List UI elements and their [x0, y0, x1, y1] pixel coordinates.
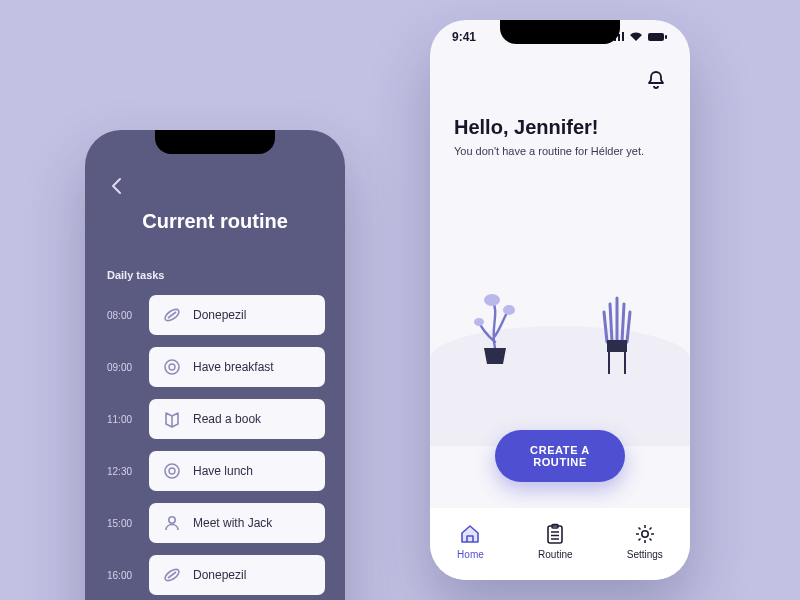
task-card[interactable]: Meet with Jack — [149, 503, 325, 543]
create-routine-button[interactable]: CREATE A ROUTINE — [495, 430, 625, 482]
plate-icon — [163, 358, 181, 376]
task-card[interactable]: Have breakfast — [149, 347, 325, 387]
nav-item-home[interactable]: Home — [457, 523, 484, 560]
svg-rect-11 — [648, 33, 664, 41]
nav-label: Routine — [538, 549, 572, 560]
task-time: 11:00 — [107, 414, 149, 425]
task-time: 09:00 — [107, 362, 149, 373]
bell-icon — [645, 69, 667, 91]
page-title: Current routine — [85, 210, 345, 233]
plant-icon — [594, 290, 640, 376]
nav-label: Settings — [627, 549, 663, 560]
task-label: Donepezil — [193, 308, 246, 322]
task-card[interactable]: Have lunch — [149, 451, 325, 491]
phone-notch — [500, 20, 620, 44]
task-card[interactable]: Donepezil — [149, 555, 325, 595]
task-card[interactable]: Donepezil — [149, 295, 325, 335]
status-time: 9:41 — [452, 30, 476, 44]
pill-icon — [163, 566, 181, 584]
greeting-title: Hello, Jennifer! — [454, 116, 666, 139]
bottom-nav: Home Routine Settings — [430, 508, 690, 580]
svg-point-14 — [503, 305, 515, 315]
task-row: 15:00 Meet with Jack — [107, 503, 325, 543]
plate-icon — [163, 462, 181, 480]
task-label: Read a book — [193, 412, 261, 426]
svg-point-15 — [474, 318, 484, 326]
clipboard-icon — [544, 523, 566, 545]
chevron-left-icon — [108, 176, 126, 196]
section-label: Daily tasks — [107, 269, 345, 281]
nav-item-settings[interactable]: Settings — [627, 523, 663, 560]
task-label: Donepezil — [193, 568, 246, 582]
gear-icon — [634, 523, 656, 545]
task-label: Have breakfast — [193, 360, 274, 374]
task-label: Meet with Jack — [193, 516, 272, 530]
task-row: 12:30 Have lunch — [107, 451, 325, 491]
task-time: 08:00 — [107, 310, 149, 321]
person-icon — [163, 514, 181, 532]
phone-notch — [155, 130, 275, 154]
task-row: 11:00 Read a book — [107, 399, 325, 439]
wifi-icon — [629, 32, 643, 42]
task-time: 16:00 — [107, 570, 149, 581]
task-card[interactable]: Read a book — [149, 399, 325, 439]
nav-item-routine[interactable]: Routine — [538, 523, 572, 560]
task-time: 15:00 — [107, 518, 149, 529]
task-row: 09:00 Have breakfast — [107, 347, 325, 387]
task-row: 16:00 Donepezil — [107, 555, 325, 595]
notifications-button[interactable] — [644, 68, 668, 92]
svg-rect-12 — [665, 35, 667, 39]
task-time: 12:30 — [107, 466, 149, 477]
back-button[interactable] — [105, 174, 129, 198]
illustration — [430, 236, 690, 446]
task-list: 08:00 Donepezil 09:00 Have breakfast 11:… — [85, 295, 345, 595]
svg-rect-16 — [607, 340, 627, 352]
task-row: 08:00 Donepezil — [107, 295, 325, 335]
task-label: Have lunch — [193, 464, 253, 478]
greeting-subtext: You don't have a routine for Hélder yet. — [454, 145, 666, 157]
routine-screen: Current routine Daily tasks 08:00 Donepe… — [85, 130, 345, 600]
plant-icon — [470, 286, 520, 366]
ground-shape — [430, 326, 690, 446]
home-screen: 9:41 Hello, Jennifer! You don't have a r… — [430, 20, 690, 580]
svg-point-13 — [484, 294, 500, 306]
pill-icon — [163, 306, 181, 324]
book-icon — [163, 410, 181, 428]
home-icon — [459, 523, 481, 545]
nav-label: Home — [457, 549, 484, 560]
battery-icon — [648, 32, 668, 42]
